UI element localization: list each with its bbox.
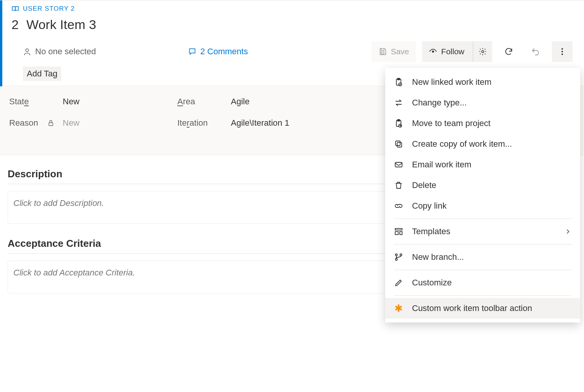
undo-button[interactable] [525,41,546,62]
reason-label: Reason [9,118,47,128]
svg-rect-7 [49,123,53,126]
asterisk-icon: ✱ [394,303,404,313]
svg-rect-17 [395,228,402,230]
refresh-icon [504,47,513,56]
refresh-button[interactable] [498,41,519,62]
undo-icon [531,47,540,56]
menu-custom-toolbar-action[interactable]: ✱ Custom work item toolbar action [385,298,580,319]
work-item-type-label: USER STORY 2 [23,5,75,13]
iteration-value[interactable]: Agile\Iteration 1 [231,118,346,128]
lock-icon [47,120,63,126]
branch-icon [394,252,404,262]
templates-icon [394,227,404,236]
eye-icon [429,47,437,56]
menu-create-copy[interactable]: Create copy of work item... [385,134,580,154]
follow-label: Follow [441,47,464,56]
svg-point-0 [26,49,28,52]
book-icon [11,6,19,12]
menu-separator [394,219,572,219]
save-button[interactable]: Save [371,41,416,62]
mail-icon [394,160,404,170]
more-icon [558,47,567,56]
clipboard-arrow-icon [394,118,404,128]
link-icon [394,201,404,211]
copy-icon [394,139,404,149]
menu-separator [394,244,572,245]
work-item-title[interactable]: Work Item 3 [26,17,96,32]
svg-point-4 [561,48,563,50]
state-value[interactable]: New [63,97,177,107]
svg-rect-19 [400,232,402,235]
svg-point-3 [482,50,484,53]
pencil-icon [394,278,404,288]
svg-point-20 [396,254,397,256]
follow-settings-button[interactable] [473,41,492,62]
menu-new-branch[interactable]: New branch... [385,247,580,267]
menu-move-to-team-project[interactable]: Move to team project [385,113,580,134]
menu-new-linked-work-item[interactable]: New linked work item [385,72,580,92]
clipboard-check-icon [394,77,404,87]
svg-point-21 [396,259,397,261]
menu-change-type[interactable]: Change type... [385,92,580,113]
menu-customize[interactable]: Customize [385,272,580,293]
svg-rect-14 [397,143,402,147]
comment-icon [188,47,196,56]
save-icon [378,47,387,56]
add-tag-button[interactable]: Add Tag [23,66,61,81]
menu-delete[interactable]: Delete [385,175,580,196]
reason-value[interactable]: New [63,118,177,128]
iteration-label: Iteration [177,118,231,128]
assignee-text: No one selected [35,47,96,57]
work-item-type-row[interactable]: USER STORY 2 [11,5,576,13]
menu-separator [394,295,572,296]
menu-copy-link[interactable]: Copy link [385,196,580,216]
svg-rect-1 [381,52,384,54]
state-label: State [9,97,47,107]
svg-point-5 [561,51,563,52]
swap-icon [394,98,404,108]
follow-button[interactable]: Follow [422,41,492,62]
area-value[interactable]: Agile [231,97,346,107]
more-actions-button[interactable] [552,41,573,62]
svg-point-2 [432,51,434,52]
menu-email-work-item[interactable]: Email work item [385,154,580,175]
svg-rect-15 [396,141,400,146]
svg-rect-16 [395,162,402,167]
svg-point-22 [400,254,402,256]
more-actions-menu: New linked work item Change type... Move… [385,68,580,322]
trash-icon [394,180,404,190]
save-label: Save [391,47,409,56]
toolbar: Save Follow [371,41,576,62]
comments-label: 2 Comments [200,47,248,57]
svg-point-6 [561,53,563,55]
area-label: Area [177,97,231,107]
work-item-id: 2 [11,17,19,32]
svg-rect-18 [395,232,398,235]
assignee-field[interactable]: No one selected [23,47,183,57]
person-icon [23,48,31,55]
chevron-right-icon [564,228,572,235]
menu-templates[interactable]: Templates [385,221,580,242]
comments-link[interactable]: 2 Comments [188,47,276,57]
menu-separator [394,270,572,270]
accent-stripe [0,0,2,86]
